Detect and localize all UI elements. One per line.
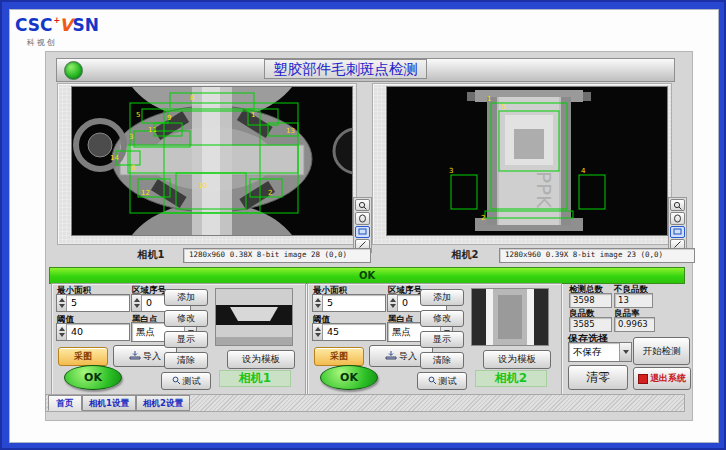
roi-label: 5 (501, 103, 505, 111)
part-marking-text: PPK (532, 171, 556, 209)
pan-hand-icon[interactable] (355, 212, 370, 224)
rect-select-icon[interactable] (355, 226, 370, 238)
capture-button[interactable]: 采图 (314, 347, 364, 366)
exit-system-button[interactable]: 退出系统 (633, 367, 691, 390)
stepper-arrows[interactable] (132, 295, 142, 311)
capture-button[interactable]: 采图 (58, 347, 108, 366)
roi-label: 2 (268, 189, 272, 197)
stop-square-icon (638, 374, 648, 384)
test-button[interactable]: 测试 (161, 372, 211, 390)
add-button[interactable]: 添加 (164, 289, 208, 306)
good-rate-value: 0.9963 (614, 317, 655, 332)
camera2-panel-label: 相机2 (475, 370, 547, 387)
roi-label: 1 (251, 111, 255, 119)
save-select-dropdown[interactable]: 不保存 (568, 342, 632, 362)
pan-hand-icon[interactable] (670, 212, 685, 224)
modify-button[interactable]: 修改 (420, 310, 464, 327)
roi-label: 5 (136, 111, 140, 119)
stepper-arrows[interactable] (388, 295, 398, 311)
threshold-value[interactable]: 40 (67, 324, 129, 340)
application-frame: CSC+VSN 科视创 塑胶部件毛刺斑点检测 (0, 0, 726, 450)
camera2-template-thumbnail (471, 288, 549, 346)
status-led (64, 61, 83, 80)
roi-label: 9 (167, 114, 171, 122)
camera2-scene: PPK 1 5 3 4 2 (387, 87, 667, 235)
stepper-arrows[interactable] (313, 324, 323, 340)
roi-label: 12 (141, 189, 150, 197)
rect-select-icon[interactable] (670, 226, 685, 238)
zoom-icon[interactable] (355, 199, 370, 211)
logo-text-v: V (59, 15, 72, 35)
camera1-panel-label: 相机1 (219, 370, 291, 387)
roi-label: 10 (198, 182, 207, 190)
magnifier-icon (172, 376, 181, 387)
min-area-value[interactable]: 5 (323, 295, 385, 311)
roi-label: 8 (190, 94, 194, 102)
camera1-ok-indicator: OK (64, 365, 122, 390)
start-detection-button[interactable]: 开始检测 (633, 337, 690, 365)
set-template-button[interactable]: 设为模板 (227, 350, 295, 369)
stepper-arrows[interactable] (57, 324, 67, 340)
import-icon (385, 350, 397, 362)
chevron-down-icon[interactable] (619, 343, 631, 361)
defect-count-value: 13 (614, 293, 653, 308)
tab-strip: 首页 相机1设置 相机2设置 (45, 394, 685, 412)
set-template-button[interactable]: 设为模板 (483, 350, 551, 369)
camera1-template-thumbnail (215, 288, 293, 346)
reset-zero-button[interactable]: 清零 (568, 365, 628, 390)
camera2-ok-indicator: OK (320, 365, 378, 390)
stepper-arrows[interactable] (57, 295, 67, 311)
roi-label: 1 (487, 95, 491, 103)
import-label: 导入 (399, 350, 417, 363)
threshold-stepper[interactable]: 45 (312, 323, 386, 341)
roi-label: 11 (148, 126, 157, 134)
roi-label: 3 (449, 167, 453, 175)
min-area-stepper[interactable]: 5 (312, 294, 386, 312)
modify-button[interactable]: 修改 (164, 310, 208, 327)
show-button[interactable]: 显示 (420, 331, 464, 348)
min-area-value[interactable]: 5 (67, 295, 129, 311)
test-button[interactable]: 测试 (417, 372, 467, 390)
zoom-icon[interactable] (670, 199, 685, 211)
roi-label: 13 (286, 127, 295, 135)
save-select-value[interactable]: 不保存 (569, 343, 619, 361)
main-window: CSC+VSN 科视创 塑胶部件毛刺斑点检测 (9, 9, 719, 443)
roi-label: 3 (129, 133, 133, 141)
stepper-arrows[interactable] (313, 295, 323, 311)
roi-label: 2 (481, 214, 485, 222)
result-banner: OK (49, 267, 685, 284)
test-label: 测试 (439, 375, 457, 388)
test-label: 测试 (183, 375, 201, 388)
camera2-view-toolbar (668, 197, 687, 253)
camera1-view-toolbar (353, 197, 372, 253)
title-bar: 塑胶部件毛刺斑点检测 (56, 58, 675, 82)
logo-text-sn: SN (72, 15, 98, 35)
threshold-value[interactable]: 45 (323, 324, 385, 340)
clear-button[interactable]: 清除 (420, 352, 464, 369)
logo-subtitle: 科视创 (27, 37, 99, 48)
page-title: 塑胶部件毛刺斑点检测 (264, 59, 427, 79)
roi-label: 6 (131, 164, 136, 172)
tab-camera2-settings[interactable]: 相机2设置 (136, 395, 190, 411)
camera2-status-readout: 1280x960 0.39X 8-bit image 23 (0,0) (499, 248, 695, 263)
logo-cross-mark: + (54, 16, 61, 25)
add-button[interactable]: 添加 (420, 289, 464, 306)
min-area-stepper[interactable]: 5 (56, 294, 130, 312)
logo-text-csc: CSC (15, 15, 53, 35)
total-count-value: 3598 (569, 293, 612, 308)
camera1-scene: 8 9 5 11 1 13 3 14 6 10 12 2 (72, 87, 352, 235)
roi-label: 14 (110, 154, 119, 162)
camera1-image[interactable]: 8 9 5 11 1 13 3 14 6 10 12 2 (71, 86, 353, 236)
threshold-stepper[interactable]: 40 (56, 323, 130, 341)
clear-button[interactable]: 清除 (164, 352, 208, 369)
roi-label: 4 (581, 167, 586, 175)
tab-camera1-settings[interactable]: 相机1设置 (82, 395, 136, 411)
import-icon (129, 350, 141, 362)
magnifier-icon (428, 376, 437, 387)
show-button[interactable]: 显示 (164, 331, 208, 348)
camera2-image[interactable]: PPK 1 5 3 4 2 (386, 86, 668, 236)
camera1-status-readout: 1280x960 0.38X 8-bit image 28 (0,0) (183, 248, 371, 263)
import-label: 导入 (143, 350, 161, 363)
good-count-value: 3585 (569, 317, 612, 332)
tab-home[interactable]: 首页 (48, 395, 82, 411)
